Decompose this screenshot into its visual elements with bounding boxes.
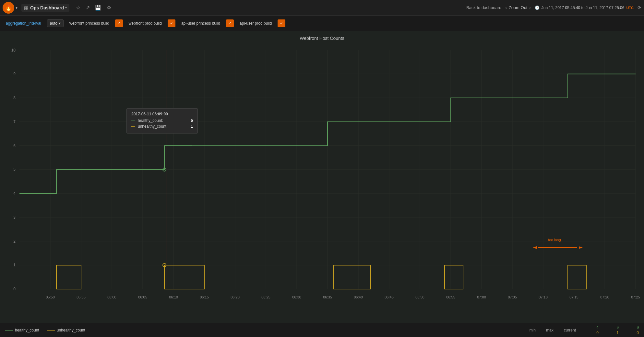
star-icon[interactable]: ☆	[76, 5, 80, 11]
svg-text:06:15: 06:15	[200, 295, 209, 299]
topbar: 🔥 ▾ ▦ Ops Dashboard ▾ ☆ ↗ 💾 ⚙ Back to da…	[0, 0, 644, 16]
topbar-right: Back to dashboard ‹ Zoom Out › 🕐 Jun 11,…	[466, 5, 641, 10]
zoom-right-arrow[interactable]: ›	[529, 5, 531, 10]
filter-label-3: api-user princess build	[179, 20, 222, 27]
zoom-left-arrow[interactable]: ‹	[505, 5, 507, 10]
svg-text:06:05: 06:05	[138, 295, 147, 299]
healthy-legend-item: healthy_count	[5, 328, 39, 332]
unhealthy-max: 1	[609, 331, 619, 335]
stat-headers-current: current	[564, 328, 576, 332]
svg-text:06:45: 06:45	[385, 295, 394, 299]
svg-text:06:55: 06:55	[446, 295, 455, 299]
svg-text:3: 3	[13, 215, 16, 220]
filter-check-4[interactable]: ✓	[278, 19, 285, 27]
zoom-out-button[interactable]: Zoom Out	[509, 5, 528, 10]
filter-label-1: webfront princess build	[67, 20, 111, 27]
filterbar: aggregation_interval auto ▾ webfront pri…	[0, 16, 644, 31]
svg-text:9: 9	[13, 72, 16, 76]
svg-text:2: 2	[13, 239, 16, 244]
healthy-current: 9	[629, 325, 639, 330]
healthy-legend-line	[5, 330, 13, 331]
svg-text:6: 6	[13, 143, 16, 148]
unhealthy-stats-row: 0 1 0	[589, 331, 639, 335]
time-range-text: Jun 11, 2017 05:45:40 to Jun 11, 2017 07…	[542, 6, 625, 10]
chart-svg-area[interactable]: 0 1 2 3 4 5 6 7 8 9 10 05:50 05:55 06:00…	[0, 43, 644, 316]
unhealthy-current: 0	[629, 331, 639, 335]
healthy-min: 4	[589, 325, 599, 330]
settings-icon[interactable]: ⚙	[107, 5, 111, 11]
legend-bar: healthy_count unhealthy_count min max cu…	[0, 323, 644, 337]
svg-text:07:25: 07:25	[631, 295, 640, 299]
clock-icon: 🕐	[535, 6, 540, 10]
svg-text:8: 8	[13, 96, 16, 100]
healthy-legend-label: healthy_count	[15, 328, 39, 332]
svg-text:4: 4	[13, 191, 16, 196]
back-to-dashboard-button[interactable]: Back to dashboard	[466, 5, 501, 10]
utc-badge[interactable]: UTC	[626, 6, 634, 10]
svg-text:1: 1	[13, 263, 16, 267]
healthy-max: 9	[609, 325, 619, 330]
svg-text:07:20: 07:20	[600, 295, 609, 299]
filter-check-3[interactable]: ✓	[226, 19, 234, 27]
app-title-caret: ▾	[65, 6, 67, 9]
svg-text:06:35: 06:35	[323, 295, 332, 299]
filter-label-2: webfront prod build	[127, 20, 164, 27]
svg-text:06:50: 06:50	[415, 295, 424, 299]
app-title-text: Ops Dashboard	[30, 5, 64, 10]
zoom-controls: ‹ Zoom Out ›	[505, 5, 531, 10]
logo-icon: 🔥	[5, 4, 12, 11]
stat-header-current: current	[564, 328, 576, 332]
stat-headers: min	[530, 328, 536, 332]
svg-text:05:50: 05:50	[46, 295, 55, 299]
time-range-display: 🕐 Jun 11, 2017 05:45:40 to Jun 11, 2017 …	[535, 6, 634, 10]
svg-text:07:00: 07:00	[477, 295, 486, 299]
svg-text:5: 5	[13, 167, 16, 172]
svg-text:07:10: 07:10	[539, 295, 548, 299]
stats-values: 4 9 9 0 1 0	[589, 325, 639, 335]
chart-svg: 0 1 2 3 4 5 6 7 8 9 10 05:50 05:55 06:00…	[0, 43, 644, 316]
unhealthy-legend-line	[47, 330, 55, 331]
unhealthy-legend-label: unhealthy_count	[57, 328, 85, 332]
aggregation-dropdown[interactable]: auto ▾	[47, 19, 64, 27]
grid-icon: ▦	[24, 5, 28, 10]
svg-text:05:55: 05:55	[77, 295, 86, 299]
filter-check-1[interactable]: ✓	[115, 19, 123, 27]
share-icon[interactable]: ↗	[86, 5, 90, 11]
filter-check-2[interactable]: ✓	[168, 19, 175, 27]
refresh-button[interactable]: ⟳	[638, 5, 641, 10]
svg-text:06:00: 06:00	[107, 295, 116, 299]
save-icon[interactable]: 💾	[95, 5, 101, 11]
svg-text:06:25: 06:25	[261, 295, 270, 299]
stat-header-max: max	[546, 328, 554, 332]
chart-container: Webfront Host Counts	[0, 31, 644, 323]
logo-dropdown[interactable]: ▾	[16, 6, 18, 10]
stat-headers-max: max	[546, 328, 554, 332]
svg-text:06:30: 06:30	[292, 295, 301, 299]
svg-text:0: 0	[13, 287, 16, 291]
svg-text:7: 7	[13, 120, 16, 124]
svg-text:07:05: 07:05	[508, 295, 517, 299]
svg-text:06:20: 06:20	[231, 295, 240, 299]
unhealthy-min: 0	[589, 331, 599, 335]
chart-title: Webfront Host Counts	[0, 31, 644, 43]
stat-header-min: min	[530, 328, 536, 332]
svg-text:10: 10	[11, 48, 16, 52]
filter-label-4: api-user prod build	[238, 20, 274, 27]
aggregation-caret: ▾	[59, 21, 61, 26]
too-long-label: too long	[548, 238, 561, 241]
unhealthy-legend-item: unhealthy_count	[47, 328, 85, 332]
aggregation-interval-tag[interactable]: aggregation_interval	[4, 20, 43, 27]
app-title-button[interactable]: ▦ Ops Dashboard ▾	[21, 4, 69, 12]
svg-text:06:40: 06:40	[354, 295, 363, 299]
svg-text:06:10: 06:10	[169, 295, 178, 299]
logo-button[interactable]: 🔥	[3, 2, 14, 14]
legend-stats: min max current	[530, 328, 576, 332]
svg-text:07:15: 07:15	[569, 295, 578, 299]
aggregation-value: auto	[50, 21, 57, 26]
healthy-stats-row: 4 9 9	[589, 325, 639, 330]
